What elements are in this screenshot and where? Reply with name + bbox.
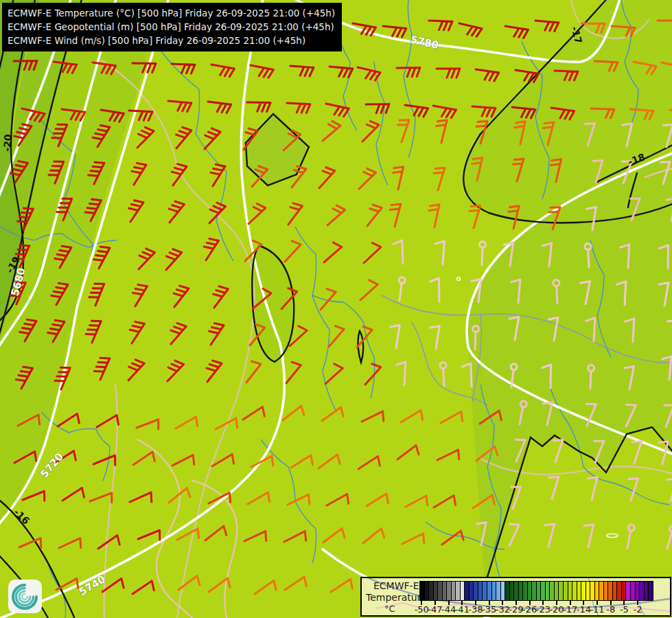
legend-product-label: ECMWF-E	[373, 580, 419, 591]
legend-tick-label: -2	[626, 604, 649, 615]
title-line-temperature: ECMWF-E Temperature (°C) [500 hPa] Frida…	[8, 6, 335, 20]
title-line-geopotential: ECMWF-E Geopotential (m) [500 hPa] Frida…	[8, 20, 335, 34]
title-block: ECMWF-E Temperature (°C) [500 hPa] Frida…	[2, 3, 342, 52]
weather-map-screenshot: 5780568057205740-17-18-20-19-16 ECMWF-E …	[0, 0, 672, 618]
legend-color-cell	[649, 581, 653, 601]
storm-spiral-logo	[8, 580, 42, 613]
legend-colorbar	[419, 581, 653, 601]
title-line-wind: ECMWF-E Wind (m/s) [500 hPa] Friday 26-0…	[8, 34, 335, 47]
temperature-legend: ECMWF-E Temperature °C -50-47-44-41-38-3…	[360, 577, 671, 617]
weather-map: 5780568057205740-17-18-20-19-16	[0, 0, 672, 618]
legend-color-cell	[419, 581, 425, 601]
temperature-shading	[0, 0, 672, 618]
legend-unit-label: °C	[384, 604, 395, 614]
temperature-contour-label: -20	[1, 134, 14, 152]
legend-parameter-label: Temperature	[366, 592, 427, 603]
